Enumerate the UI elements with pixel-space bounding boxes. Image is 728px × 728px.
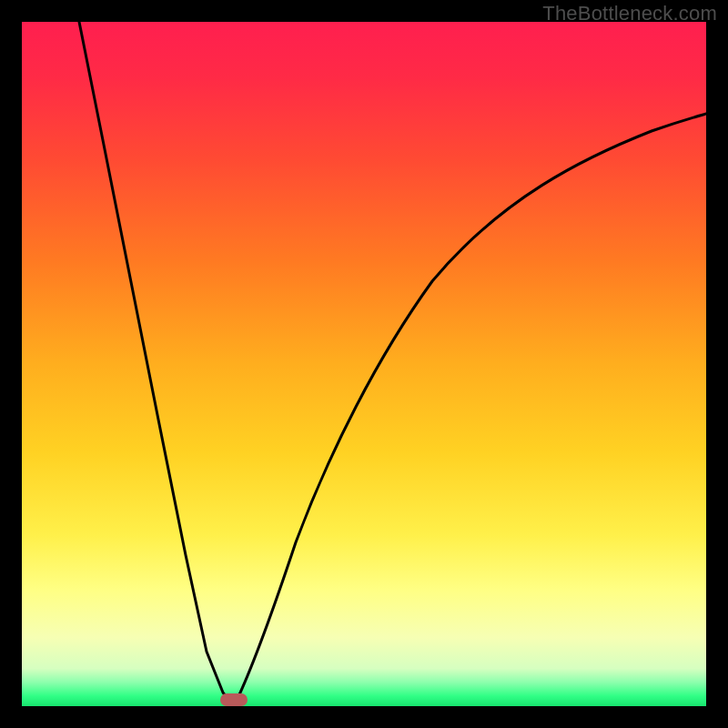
plot-area <box>22 22 706 706</box>
bottleneck-curve <box>22 22 706 706</box>
vertex-marker <box>220 693 248 706</box>
curve-right-branch <box>234 114 706 706</box>
watermark-text: TheBottleneck.com <box>542 2 717 25</box>
curve-left-branch <box>79 22 234 706</box>
